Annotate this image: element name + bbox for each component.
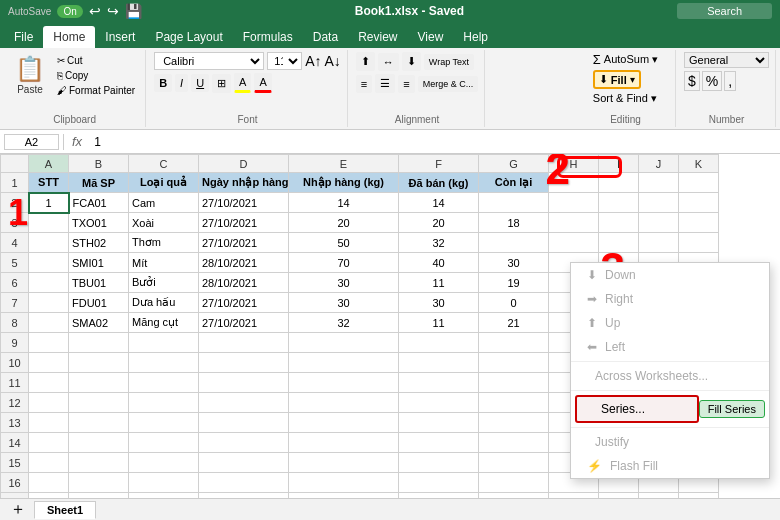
underline-button[interactable]: U — [191, 74, 209, 92]
bold-button[interactable]: B — [154, 74, 172, 92]
tab-review[interactable]: Review — [348, 26, 407, 48]
col-header-j[interactable]: J — [639, 155, 679, 173]
align-middle-button[interactable]: ↔ — [378, 53, 399, 71]
fill-color-button[interactable]: A — [234, 73, 251, 93]
autosave-toggle[interactable]: On — [57, 5, 82, 18]
cell-d8[interactable]: 27/10/2021 — [199, 313, 289, 333]
cell-f4[interactable]: 32 — [399, 233, 479, 253]
cell-a3[interactable] — [29, 213, 69, 233]
undo-icon[interactable]: ↩ — [89, 3, 101, 19]
name-box[interactable] — [4, 134, 59, 150]
cell-e6[interactable]: 30 — [289, 273, 399, 293]
autosum-label[interactable]: AutoSum ▾ — [604, 53, 658, 66]
cell-f5[interactable]: 40 — [399, 253, 479, 273]
tab-insert[interactable]: Insert — [95, 26, 145, 48]
cell-c3[interactable]: Xoài — [129, 213, 199, 233]
redo-icon[interactable]: ↪ — [107, 3, 119, 19]
cell-i1[interactable] — [599, 173, 639, 193]
col-header-i[interactable]: I — [599, 155, 639, 173]
cell-b7[interactable]: FDU01 — [69, 293, 129, 313]
cell-i3[interactable] — [599, 213, 639, 233]
cell-e3[interactable]: 20 — [289, 213, 399, 233]
cell-f1[interactable]: Đã bán (kg) — [399, 173, 479, 193]
cell-b6[interactable]: TBU01 — [69, 273, 129, 293]
cell-c5[interactable]: Mít — [129, 253, 199, 273]
cell-a8[interactable] — [29, 313, 69, 333]
tab-data[interactable]: Data — [303, 26, 348, 48]
wrap-text-button[interactable]: Wrap Text — [424, 54, 474, 70]
sheet-tab-1[interactable]: Sheet1 — [34, 501, 96, 519]
cell-a6[interactable] — [29, 273, 69, 293]
cell-c8[interactable]: Măng cụt — [129, 313, 199, 333]
fill-menu-flash-fill[interactable]: ⚡ Flash Fill — [571, 454, 769, 478]
tab-help[interactable]: Help — [453, 26, 498, 48]
cell-f2[interactable]: 14 — [399, 193, 479, 213]
cell-d2[interactable]: 27/10/2021 — [199, 193, 289, 213]
cell-f7[interactable]: 30 — [399, 293, 479, 313]
align-left-button[interactable]: ≡ — [356, 75, 372, 93]
cell-c1[interactable]: Loại quả — [129, 173, 199, 193]
search-box[interactable]: Search — [677, 3, 772, 19]
cell-d6[interactable]: 28/10/2021 — [199, 273, 289, 293]
fill-menu-right[interactable]: ➡ Right — [571, 287, 769, 311]
cell-b4[interactable]: STH02 — [69, 233, 129, 253]
cell-e7[interactable]: 30 — [289, 293, 399, 313]
col-header-k[interactable]: K — [679, 155, 719, 173]
tab-page-layout[interactable]: Page Layout — [145, 26, 232, 48]
paste-button[interactable]: 📋 Paste — [10, 52, 50, 98]
font-grow-icon[interactable]: A↑ — [305, 53, 321, 69]
comma-icon[interactable]: , — [724, 71, 736, 91]
cell-h3[interactable] — [549, 213, 599, 233]
italic-button[interactable]: I — [175, 74, 188, 92]
cell-c2[interactable]: Cam — [129, 193, 199, 213]
cell-k3[interactable] — [679, 213, 719, 233]
col-header-d[interactable]: D — [199, 155, 289, 173]
save-icon[interactable]: 💾 — [125, 3, 142, 19]
tab-formulas[interactable]: Formulas — [233, 26, 303, 48]
cell-j3[interactable] — [639, 213, 679, 233]
cell-e5[interactable]: 70 — [289, 253, 399, 273]
cell-e8[interactable]: 32 — [289, 313, 399, 333]
cell-j4[interactable] — [639, 233, 679, 253]
cell-d5[interactable]: 28/10/2021 — [199, 253, 289, 273]
align-center-button[interactable]: ☰ — [375, 74, 395, 93]
formula-input[interactable] — [90, 134, 776, 150]
col-header-f[interactable]: F — [399, 155, 479, 173]
tab-view[interactable]: View — [408, 26, 454, 48]
cell-b2[interactable]: FCA01 — [69, 193, 129, 213]
fill-menu-down[interactable]: ⬇ Down — [571, 263, 769, 287]
cell-g6[interactable]: 19 — [479, 273, 549, 293]
currency-icon[interactable]: $ — [684, 71, 700, 91]
copy-button[interactable]: ⎘ Copy — [53, 69, 139, 82]
cell-e2[interactable]: 14 — [289, 193, 399, 213]
cell-f3[interactable]: 20 — [399, 213, 479, 233]
cell-d3[interactable]: 27/10/2021 — [199, 213, 289, 233]
fill-series-button[interactable]: Fill Series — [699, 400, 765, 418]
cell-h4[interactable] — [549, 233, 599, 253]
cell-d7[interactable]: 27/10/2021 — [199, 293, 289, 313]
col-header-c[interactable]: C — [129, 155, 199, 173]
cell-k1[interactable] — [679, 173, 719, 193]
fill-menu-series[interactable]: Series... — [575, 395, 699, 423]
font-shrink-icon[interactable]: A↓ — [324, 53, 340, 69]
cell-a4[interactable] — [29, 233, 69, 253]
fill-menu-up[interactable]: ⬆ Up — [571, 311, 769, 335]
font-name-select[interactable]: Calibri — [154, 52, 264, 70]
cell-j1[interactable] — [639, 173, 679, 193]
cell-a1[interactable]: STT — [29, 173, 69, 193]
cell-k4[interactable] — [679, 233, 719, 253]
font-color-button[interactable]: A — [254, 73, 271, 93]
cell-k2[interactable] — [679, 193, 719, 213]
cell-b5[interactable]: SMI01 — [69, 253, 129, 273]
cell-c4[interactable]: Thơm — [129, 233, 199, 253]
fill-button[interactable]: Fill — [611, 74, 627, 86]
align-bottom-button[interactable]: ⬇ — [402, 52, 421, 71]
add-sheet-icon[interactable]: ＋ — [4, 499, 32, 520]
align-right-button[interactable]: ≡ — [398, 75, 414, 93]
cell-a7[interactable] — [29, 293, 69, 313]
format-painter-button[interactable]: 🖌 Format Painter — [53, 84, 139, 97]
fill-menu-across-worksheets[interactable]: Across Worksheets... — [571, 364, 769, 388]
cell-d1[interactable]: Ngày nhập hàng — [199, 173, 289, 193]
col-header-e[interactable]: E — [289, 155, 399, 173]
cell-g2[interactable] — [479, 193, 549, 213]
